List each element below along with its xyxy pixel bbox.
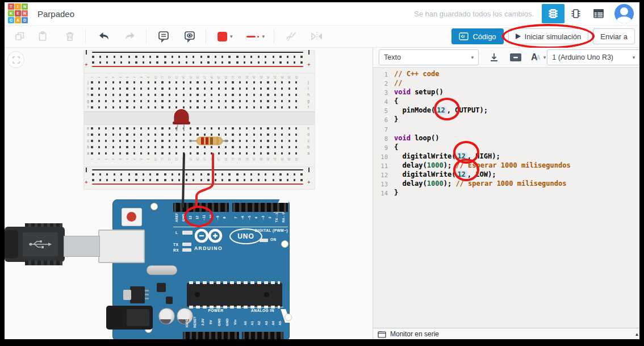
breadboard-hole[interactable] (294, 56, 295, 57)
breadboard-hole[interactable] (260, 127, 262, 129)
libraries-button[interactable] (508, 51, 523, 64)
breadboard-hole[interactable] (279, 173, 281, 175)
breadboard-hole[interactable] (114, 61, 115, 63)
breadboard-hole[interactable] (183, 152, 185, 154)
breadboard-hole[interactable] (225, 146, 227, 148)
breadboard-hole[interactable] (239, 81, 241, 83)
breadboard-hole[interactable] (225, 94, 227, 95)
breadboard-hole[interactable] (91, 134, 93, 135)
breadboard-hole[interactable] (105, 87, 107, 89)
breadboard-hole[interactable] (143, 61, 144, 63)
breadboard-hole[interactable] (288, 100, 290, 102)
breadboard-hole[interactable] (253, 100, 255, 102)
breadboard-hole[interactable] (253, 140, 255, 141)
breadboard-hole[interactable] (154, 94, 156, 95)
breadboard-hole[interactable] (246, 134, 248, 135)
breadboard-hole[interactable] (215, 61, 216, 63)
expand-caret-icon[interactable]: ▲ (634, 332, 639, 337)
breadboard-hole[interactable] (196, 152, 198, 154)
undo-button[interactable] (96, 29, 112, 44)
breadboard-hole[interactable] (99, 56, 101, 57)
breadboard-hole[interactable] (228, 179, 230, 181)
breadboard-hole[interactable] (279, 179, 281, 181)
breadboard-hole[interactable] (300, 61, 302, 63)
breadboard-hole[interactable] (294, 61, 295, 63)
breadboard-hole[interactable] (106, 179, 108, 181)
breadboard-hole[interactable] (98, 81, 100, 83)
breadboard-hole[interactable] (236, 61, 238, 63)
breadboard-hole[interactable] (211, 134, 212, 135)
breadboard-hole[interactable] (253, 87, 255, 89)
breadboard-hole[interactable] (148, 81, 149, 83)
breadboard-hole[interactable] (253, 106, 255, 108)
breadboard-hole[interactable] (232, 127, 233, 129)
breadboard-hole[interactable] (114, 173, 115, 175)
breadboard-hole[interactable] (204, 81, 206, 83)
breadboard-hole[interactable] (164, 56, 166, 57)
breadboard-hole[interactable] (287, 173, 288, 175)
breadboard-hole[interactable] (267, 106, 269, 108)
breadboard-hole[interactable] (98, 152, 100, 154)
breadboard-hole[interactable] (183, 87, 185, 89)
breadboard-hole[interactable] (244, 56, 245, 57)
breadboard-hole[interactable] (239, 106, 241, 108)
breadboard-hole[interactable] (156, 179, 158, 181)
breadboard-hole[interactable] (287, 179, 288, 181)
breadboard-hole[interactable] (232, 94, 233, 95)
breadboard-hole[interactable] (126, 94, 128, 95)
breadboard-hole[interactable] (300, 56, 302, 57)
breadboard-hole[interactable] (228, 61, 230, 63)
breadboard-hole[interactable] (154, 87, 156, 89)
breadboard-hole[interactable] (126, 146, 128, 148)
breadboard-hole[interactable] (143, 56, 144, 57)
breadboard-hole[interactable] (274, 106, 276, 108)
schematic-view-button[interactable] (564, 4, 587, 23)
breadboard-hole[interactable] (133, 127, 135, 129)
breadboard-hole[interactable] (207, 173, 209, 175)
breadboard-hole[interactable] (279, 61, 281, 63)
breadboard-hole[interactable] (133, 100, 135, 102)
breadboard-hole[interactable] (161, 134, 163, 135)
breadboard-hole[interactable] (218, 100, 220, 102)
breadboard-hole[interactable] (218, 134, 220, 135)
reset-button[interactable] (122, 208, 142, 226)
breadboard-hole[interactable] (193, 56, 194, 57)
breadboard-hole[interactable] (126, 100, 128, 102)
breadboard-hole[interactable] (112, 140, 114, 141)
breadboard-hole[interactable] (265, 173, 266, 175)
breadboard-hole[interactable] (246, 146, 248, 148)
breadboard-hole[interactable] (288, 87, 290, 89)
breadboard-hole[interactable] (154, 100, 156, 102)
breadboard-hole[interactable] (148, 152, 149, 154)
breadboard-hole[interactable] (274, 140, 276, 141)
breadboard-hole[interactable] (105, 94, 107, 95)
breadboard-hole[interactable] (267, 146, 269, 148)
breadboard-hole[interactable] (211, 81, 212, 83)
breadboard-hole[interactable] (281, 87, 283, 89)
breadboard-hole[interactable] (246, 106, 248, 108)
breadboard-hole[interactable] (204, 94, 206, 95)
breadboard-hole[interactable] (196, 87, 198, 89)
breadboard-hole[interactable] (250, 61, 252, 63)
labels-toggle-button[interactable] (182, 28, 198, 44)
code-line[interactable]: 8void loop() (373, 134, 639, 143)
breadboard-hole[interactable] (260, 81, 262, 83)
wire-bend-button[interactable] (283, 29, 299, 44)
board-select[interactable]: 1 (Arduino Uno R3) ▾ (547, 49, 639, 65)
breadboard-hole[interactable] (91, 87, 93, 89)
breadboard-hole[interactable] (246, 94, 248, 95)
breadboard-hole[interactable] (253, 127, 255, 129)
breadboard-hole[interactable] (260, 134, 262, 135)
breadboard-hole[interactable] (98, 106, 100, 108)
breadboard-hole[interactable] (164, 61, 166, 63)
breadboard-hole[interactable] (211, 87, 212, 89)
breadboard-hole[interactable] (99, 179, 101, 181)
breadboard-hole[interactable] (281, 106, 283, 108)
breadboard-hole[interactable] (288, 94, 290, 95)
breadboard-hole[interactable] (119, 94, 121, 95)
breadboard-hole[interactable] (211, 140, 212, 141)
breadboard-hole[interactable] (225, 87, 227, 89)
breadboard-hole[interactable] (288, 81, 290, 83)
breadboard-hole[interactable] (190, 106, 191, 108)
breadboard-hole[interactable] (148, 87, 149, 89)
